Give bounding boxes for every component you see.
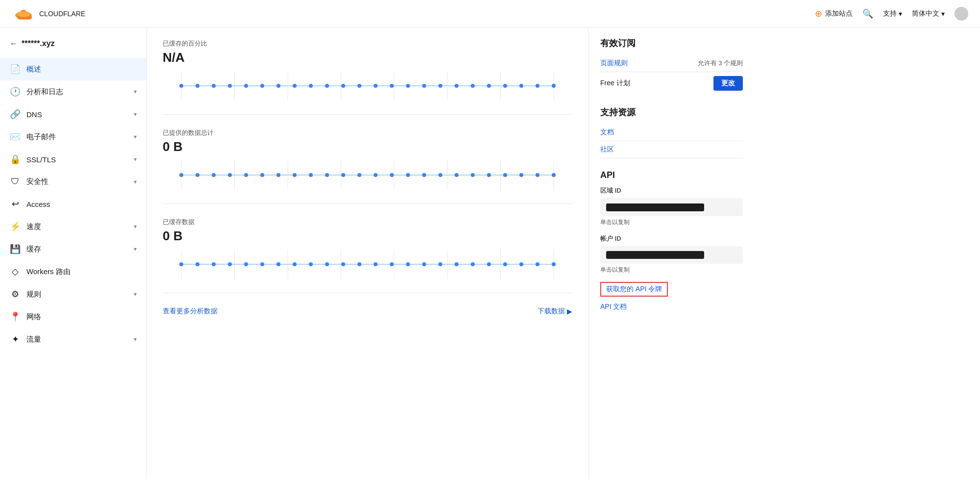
api-doc-link[interactable]: API 文档	[600, 303, 743, 311]
support-title: 支持资源	[600, 106, 743, 118]
topnav: CLOUDFLARE ⊕ 添加站点 🔍 支持 ▾ 简体中文 ▾	[0, 0, 980, 27]
user-avatar[interactable]	[955, 7, 968, 21]
main-area: 已缓存的百分比 N/A 已提供的数据总计 0 B 已缓存数据 0 B 查看更多分…	[147, 27, 980, 479]
chevron-down-icon: ▾	[941, 10, 945, 18]
svg-point-17	[276, 84, 280, 88]
svg-point-92	[422, 262, 426, 266]
language-button[interactable]: 简体中文 ▾	[912, 9, 945, 18]
nav-icon-overview: 📄	[10, 64, 21, 75]
page-rules-row: 页面规则 允许有 3 个规则	[600, 55, 743, 72]
nav-label-ssl: SSL/TLS	[26, 155, 128, 164]
main-layout: ← ******.xyz 📄 概述 🕐 分析和日志 ▾ 🔗 DNS ▾ ✉️ 电…	[0, 27, 980, 479]
logo-text: CLOUDFLARE	[39, 10, 85, 18]
svg-point-28	[455, 84, 459, 88]
svg-point-27	[439, 84, 442, 88]
svg-point-55	[357, 173, 361, 177]
svg-point-67	[552, 173, 556, 177]
nav-label-cache: 缓存	[26, 245, 128, 254]
nav-icon-access: ↩	[10, 199, 21, 209]
account-id-label: 帐户 ID	[600, 234, 743, 243]
search-button[interactable]: 🔍	[862, 8, 873, 19]
sidebar-item-dns[interactable]: 🔗 DNS ▾	[0, 103, 147, 126]
sidebar-item-security[interactable]: 🛡 安全性 ▾	[0, 171, 147, 193]
svg-point-14	[228, 84, 232, 88]
svg-point-100	[552, 262, 556, 266]
sidebar-item-access[interactable]: ↩ Access	[0, 193, 147, 215]
page-rules-link[interactable]: 页面规则	[600, 59, 628, 68]
zone-id-label: 区域 ID	[600, 186, 743, 195]
sidebar-item-email[interactable]: ✉️ 电子邮件 ▾	[0, 126, 147, 148]
svg-point-29	[471, 84, 475, 88]
download-data-link[interactable]: 下载数据 ▶	[538, 307, 572, 316]
chevron-icon-ssl: ▾	[134, 156, 137, 163]
nav-icon-workers: ◇	[10, 266, 21, 277]
download-label: 下载数据	[538, 307, 565, 316]
svg-point-20	[325, 84, 329, 88]
upgrade-button[interactable]: 更改	[713, 76, 743, 91]
chart-value-data_served: 0 B	[163, 139, 572, 154]
chart-section-data_served: 已提供的数据总计 0 B	[163, 128, 572, 204]
sidebar-item-cache[interactable]: 💾 缓存 ▾	[0, 238, 147, 260]
main-content: 已缓存的百分比 N/A 已提供的数据总计 0 B 已缓存数据 0 B 查看更多分…	[147, 27, 588, 479]
svg-point-1	[17, 11, 30, 17]
svg-point-19	[309, 84, 313, 88]
svg-point-53	[325, 173, 329, 177]
chart-label-cached_data: 已缓存数据	[163, 218, 572, 227]
plan-label: Free 计划	[600, 79, 630, 88]
svg-point-59	[422, 173, 426, 177]
back-button[interactable]: ←	[10, 39, 18, 48]
chevron-down-icon: ▾	[899, 10, 902, 18]
svg-point-26	[422, 84, 426, 88]
zone-copy-hint[interactable]: 单击以复制	[600, 218, 743, 227]
sidebar-item-rules[interactable]: ⚙ 规则 ▾	[0, 283, 147, 305]
add-site-button[interactable]: ⊕ 添加站点	[815, 8, 853, 19]
svg-point-99	[536, 262, 539, 266]
svg-point-31	[503, 84, 507, 88]
arrow-right-icon: ▶	[567, 307, 572, 315]
docs-link[interactable]: 文档	[600, 128, 614, 137]
svg-point-90	[390, 262, 394, 266]
sidebar-item-workers[interactable]: ◇ Workers 路由	[0, 260, 147, 283]
api-token-link[interactable]: 获取您的 API 令牌	[600, 282, 668, 297]
svg-point-84	[293, 262, 296, 266]
view-more-analytics-link[interactable]: 查看更多分析数据	[163, 307, 218, 316]
sidebar-item-speed[interactable]: ⚡ 速度 ▾	[0, 215, 147, 238]
sidebar-item-ssl[interactable]: 🔒 SSL/TLS ▾	[0, 148, 147, 171]
sidebar-item-traffic[interactable]: ✦ 流量 ▾	[0, 328, 147, 351]
subscription-title: 有效订阅	[600, 37, 743, 49]
sidebar-item-analytics[interactable]: 🕐 分析和日志 ▾	[0, 80, 147, 103]
svg-point-64	[503, 173, 507, 177]
api-section: API 区域 ID 单击以复制 帐户 ID 单击以复制 获取您的 API 令牌 …	[600, 170, 743, 311]
nav-icon-security: 🛡	[10, 176, 21, 187]
chevron-icon-rules: ▾	[134, 291, 137, 298]
bottom-links: 查看更多分析数据 下载数据 ▶	[163, 307, 572, 316]
svg-point-63	[487, 173, 491, 177]
nav-label-access: Access	[26, 200, 137, 208]
account-id-value[interactable]	[600, 246, 743, 264]
support-button[interactable]: 支持 ▾	[883, 9, 902, 18]
lang-label: 简体中文	[912, 9, 939, 18]
community-link[interactable]: 社区	[600, 145, 614, 154]
svg-point-45	[196, 173, 199, 177]
chevron-icon-dns: ▾	[134, 111, 137, 118]
nav-icon-rules: ⚙	[10, 289, 21, 300]
svg-point-23	[374, 84, 378, 88]
svg-point-60	[439, 173, 442, 177]
sidebar-item-overview[interactable]: 📄 概述	[0, 58, 147, 80]
cloudflare-logo-icon	[12, 6, 35, 22]
sidebar: ← ******.xyz 📄 概述 🕐 分析和日志 ▾ 🔗 DNS ▾ ✉️ 电…	[0, 27, 147, 479]
svg-point-52	[309, 173, 313, 177]
zone-id-value[interactable]	[600, 198, 743, 216]
account-copy-hint[interactable]: 单击以复制	[600, 266, 743, 274]
sidebar-item-network[interactable]: 📍 网络	[0, 305, 147, 328]
svg-point-44	[179, 173, 183, 177]
chevron-icon-cache: ▾	[134, 246, 137, 252]
chart-svg-cached_data	[163, 250, 572, 279]
svg-point-87	[341, 262, 345, 266]
svg-point-22	[357, 84, 361, 88]
nav-label-overview: 概述	[26, 65, 137, 74]
chart-label-data_served: 已提供的数据总计	[163, 128, 572, 137]
chart-value-cache_percent: N/A	[163, 50, 572, 65]
svg-point-34	[552, 84, 556, 88]
svg-point-18	[293, 84, 296, 88]
